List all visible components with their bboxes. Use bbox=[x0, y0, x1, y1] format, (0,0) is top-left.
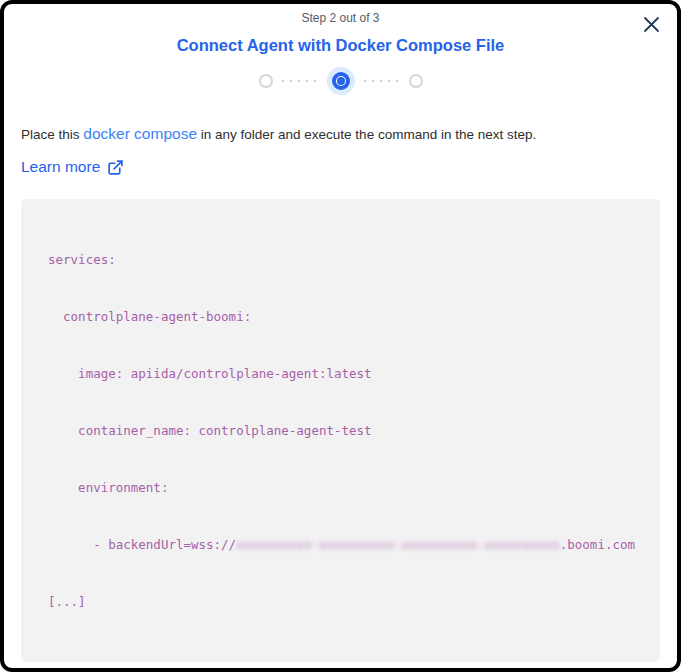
modal-title: Connect Agent with Docker Compose File bbox=[4, 35, 677, 55]
intro-text: Place this docker compose in any folder … bbox=[21, 124, 660, 145]
intro-suffix: in any folder and execute the command in… bbox=[197, 127, 536, 142]
url-suffix: .boomi.com bbox=[560, 537, 635, 552]
external-link-icon[interactable] bbox=[107, 159, 124, 176]
code-line: services: bbox=[48, 250, 646, 269]
learn-more: Learn more bbox=[21, 157, 660, 177]
step-dot-3 bbox=[409, 74, 423, 88]
modal-body: Place this docker compose in any folder … bbox=[4, 96, 677, 672]
stepper bbox=[4, 66, 677, 96]
code-line-backend-url: - backendUrl=wss://xxxxxxxxxx-xxxxxxxxxx… bbox=[48, 535, 646, 554]
code-line: image: apiida/controlplane-agent:latest bbox=[48, 364, 646, 383]
docker-compose-code-block: services: controlplane-agent-boomi: imag… bbox=[21, 199, 660, 662]
code-line: container_name: controlplane-agent-test bbox=[48, 421, 646, 440]
docker-compose-link[interactable]: docker compose bbox=[83, 125, 197, 142]
modal-header: Step 2 out of 3 Connect Agent with Docke… bbox=[4, 4, 677, 96]
modal-dialog: Step 2 out of 3 Connect Agent with Docke… bbox=[0, 0, 681, 672]
step-dot-2-core bbox=[337, 77, 345, 85]
step-dot-1 bbox=[259, 74, 273, 88]
url-prefix: - backendUrl=wss:// bbox=[48, 537, 236, 552]
step-connector bbox=[364, 80, 400, 82]
code-line: controlplane-agent-boomi: bbox=[48, 307, 646, 326]
code-line-ellipsis: [...] bbox=[48, 592, 646, 611]
learn-more-link[interactable]: Learn more bbox=[21, 157, 100, 177]
step-dot-2-ring bbox=[332, 72, 350, 90]
redacted-url-segment: xxxxxxxxxx-xxxxxxxxxx-xxxxxxxxxx-xxxxxxx… bbox=[236, 537, 560, 552]
code-line: environment: bbox=[48, 478, 646, 497]
close-button[interactable] bbox=[639, 14, 663, 38]
close-icon bbox=[643, 16, 660, 36]
step-connector bbox=[282, 80, 318, 82]
step-indicator: Step 2 out of 3 bbox=[4, 11, 677, 26]
intro-prefix: Place this bbox=[21, 127, 83, 142]
step-dot-2-active bbox=[327, 67, 355, 95]
